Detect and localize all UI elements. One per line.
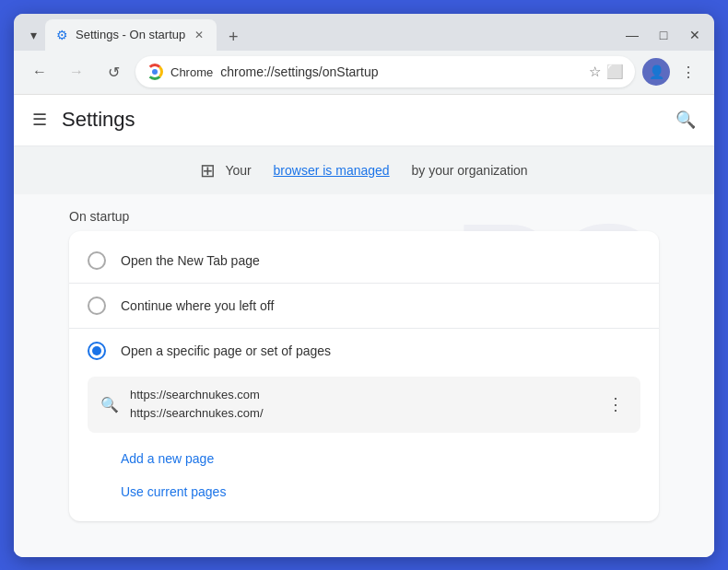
option-specific[interactable]: Open a specific page or set of pages: [69, 329, 659, 373]
address-bar[interactable]: Chrome chrome://settings/onStartup ☆ ⬜: [135, 56, 635, 87]
close-btn[interactable]: ✕: [683, 23, 707, 47]
settings-search-icon[interactable]: 🔍: [675, 110, 696, 130]
title-bar-right: — □ ✕: [620, 23, 707, 51]
page-more-btn[interactable]: ⋮: [604, 390, 628, 418]
option-specific-label: Open a specific page or set of pages: [121, 343, 331, 358]
settings-header: ☰ Settings 🔍: [14, 95, 714, 146]
new-tab-btn[interactable]: +: [220, 25, 246, 51]
active-tab[interactable]: ⚙ Settings - On startup ✕: [45, 19, 217, 51]
tab-favicon: ⚙: [56, 28, 68, 42]
add-new-page-link[interactable]: Add a new page: [121, 444, 607, 473]
managed-text-after: by your organization: [412, 163, 528, 178]
star-icon[interactable]: ☆: [589, 64, 601, 80]
chrome-label: Chrome: [170, 65, 213, 79]
option-continue[interactable]: Continue where you left off: [69, 284, 659, 328]
option-new-tab-label: Open the New Tab page: [121, 253, 260, 268]
option-new-tab[interactable]: Open the New Tab page: [69, 238, 659, 283]
page-url-line1: https://searchnukes.com: [130, 386, 593, 405]
page-url-line2: https://searchnukes.com/: [130, 404, 593, 424]
settings-page: ☰ Settings 🔍 PC ⊞ Your browser is manage…: [14, 95, 714, 557]
back-btn[interactable]: ←: [25, 57, 54, 87]
settings-title: Settings: [62, 108, 135, 132]
more-menu-btn[interactable]: ⋮: [674, 57, 703, 87]
nav-bar-right: 👤 ⋮: [642, 57, 703, 87]
chrome-circle-icon: [147, 64, 163, 80]
managed-notice: ⊞ Your browser is managed by your organi…: [14, 146, 714, 194]
managed-icon: ⊞: [200, 159, 216, 181]
title-bar: ▾ ⚙ Settings - On startup ✕ + — □ ✕: [14, 14, 714, 51]
nav-bar: ← → ↺ Chrome chrome://settings/onStartup…: [14, 51, 714, 95]
page-search-icon: 🔍: [100, 396, 119, 413]
radio-continue[interactable]: [88, 297, 106, 315]
minimize-btn[interactable]: —: [620, 23, 644, 47]
radio-specific[interactable]: [88, 342, 106, 360]
action-links: Add a new page Use current pages: [69, 436, 659, 514]
section-label: On startup: [69, 209, 659, 224]
reload-btn[interactable]: ↺: [99, 57, 128, 87]
tab-strip: ▾ ⚙ Settings - On startup ✕ +: [21, 19, 616, 51]
option-continue-label: Continue where you left off: [121, 298, 274, 313]
managed-link[interactable]: browser is managed: [274, 163, 390, 178]
extensions-icon[interactable]: ⬜: [606, 64, 624, 80]
url-text: chrome://settings/onStartup: [220, 64, 581, 79]
tab-title: Settings - On startup: [76, 28, 185, 41]
tab-close-btn[interactable]: ✕: [193, 27, 205, 43]
chrome-logo: [147, 64, 163, 80]
forward-btn[interactable]: →: [62, 57, 91, 87]
tab-dropdown-btn[interactable]: ▾: [21, 23, 45, 47]
settings-content: PC ⊞ Your browser is managed by your org…: [14, 146, 714, 557]
browser-window: ▾ ⚙ Settings - On startup ✕ + — □ ✕ ← → …: [14, 14, 714, 557]
address-bar-right: ☆ ⬜: [589, 64, 624, 80]
hamburger-icon[interactable]: ☰: [32, 110, 47, 130]
page-entry: 🔍 https://searchnukes.com https://search…: [88, 377, 640, 434]
maximize-btn[interactable]: □: [652, 23, 675, 47]
avatar-btn[interactable]: 👤: [642, 58, 670, 86]
radio-new-tab[interactable]: [88, 251, 106, 270]
startup-card: Open the New Tab page Continue where you…: [69, 231, 659, 522]
startup-section: On startup Open the New Tab page Continu…: [14, 194, 714, 537]
managed-text-before: Your: [225, 163, 251, 178]
use-current-pages-link[interactable]: Use current pages: [121, 477, 607, 506]
page-urls: https://searchnukes.com https://searchnu…: [130, 386, 593, 425]
